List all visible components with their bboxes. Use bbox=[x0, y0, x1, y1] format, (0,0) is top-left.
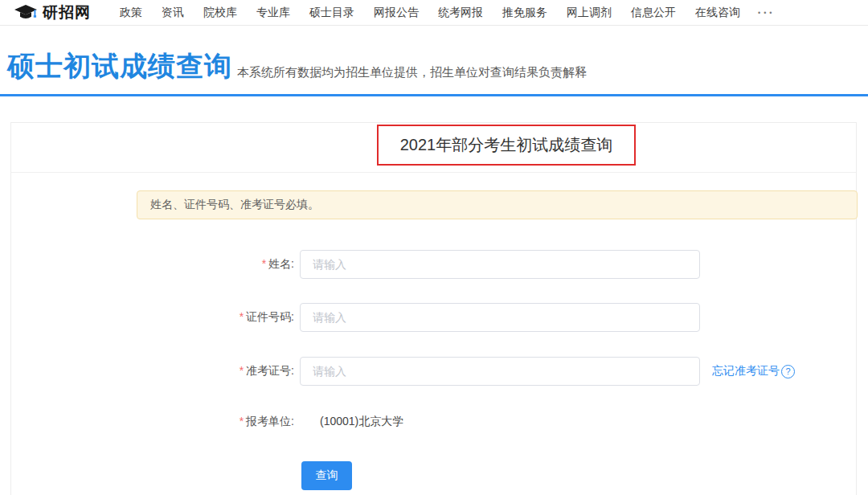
form-row-institution: *报考单位: (10001)北京大学 bbox=[11, 407, 403, 436]
page-subtitle: 本系统所有数据均为招生单位提供，招生单位对查询结果负责解释 bbox=[237, 65, 587, 80]
form-row-ticket-number: *准考证号: 忘记准考证号 ? bbox=[11, 357, 795, 386]
nav-item-policy[interactable]: 政策 bbox=[120, 6, 142, 20]
nav-item-master-catalog[interactable]: 硕士目录 bbox=[309, 6, 354, 20]
graduation-cap-icon bbox=[14, 4, 37, 22]
required-asterisk: * bbox=[262, 257, 266, 270]
nav-item-college-library[interactable]: 院校库 bbox=[203, 6, 237, 20]
nav-item-unified-exam[interactable]: 统考网报 bbox=[438, 6, 483, 20]
nav-item-exemption-service[interactable]: 推免服务 bbox=[502, 6, 547, 20]
forgot-ticket-link[interactable]: 忘记准考证号 ? bbox=[712, 364, 795, 378]
ticket-number-label: *准考证号: bbox=[11, 364, 294, 378]
institution-label: *报考单位: bbox=[11, 415, 294, 429]
form-row-id-number: *证件号码: bbox=[11, 303, 700, 332]
ticket-number-input[interactable] bbox=[300, 357, 700, 386]
site-logo[interactable]: 研招网 bbox=[14, 2, 91, 23]
required-asterisk: * bbox=[240, 415, 244, 428]
required-asterisk: * bbox=[240, 310, 244, 323]
top-navbar: 研招网 政策 资讯 院校库 专业库 硕士目录 网报公告 统考网报 推免服务 网上… bbox=[0, 0, 868, 26]
required-fields-notice: 姓名、证件号码、准考证号必填。 bbox=[137, 190, 858, 219]
nav-item-online-adjustment[interactable]: 网上调剂 bbox=[567, 6, 612, 20]
notice-text: 姓名、证件号码、准考证号必填。 bbox=[150, 198, 319, 212]
institution-value: (10001)北京大学 bbox=[320, 415, 403, 429]
nav-item-online-report-notice[interactable]: 网报公告 bbox=[374, 6, 419, 20]
nav-item-online-consult[interactable]: 在线咨询 bbox=[695, 6, 740, 20]
nav-menu: 政策 资讯 院校库 专业库 硕士目录 网报公告 统考网报 推免服务 网上调剂 信… bbox=[120, 6, 740, 20]
nav-item-news[interactable]: 资讯 bbox=[162, 6, 184, 20]
red-annotation-box: 2021年部分考生初试成绩查询 bbox=[377, 125, 636, 166]
id-number-input[interactable] bbox=[300, 303, 700, 332]
form-row-name: *姓名: bbox=[11, 250, 700, 279]
name-input[interactable] bbox=[300, 250, 700, 279]
header-accent-divider bbox=[0, 94, 868, 96]
ellipsis-icon[interactable]: ••• bbox=[758, 9, 775, 17]
card-title: 2021年部分考生初试成绩查询 bbox=[400, 134, 613, 156]
question-circle-icon: ? bbox=[781, 365, 795, 378]
query-button[interactable]: 查询 bbox=[301, 461, 352, 490]
nav-item-major-library[interactable]: 专业库 bbox=[256, 6, 290, 20]
nav-item-info-disclosure[interactable]: 信息公开 bbox=[631, 6, 676, 20]
score-query-card: 2021年部分考生初试成绩查询 姓名、证件号码、准考证号必填。 *姓名: *证件… bbox=[10, 122, 857, 495]
card-header-divider bbox=[11, 172, 856, 173]
id-number-label: *证件号码: bbox=[11, 310, 294, 325]
logo-text: 研招网 bbox=[43, 2, 91, 23]
page-title: 硕士初试成绩查询 bbox=[7, 48, 232, 85]
name-label: *姓名: bbox=[11, 257, 294, 272]
required-asterisk: * bbox=[240, 364, 244, 377]
